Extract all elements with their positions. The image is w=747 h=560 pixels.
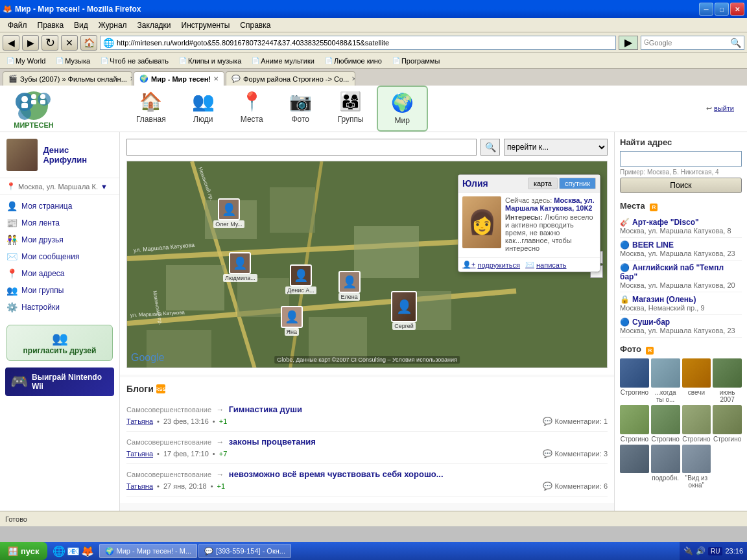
firefox-icon[interactable]: 🦊 xyxy=(81,545,94,557)
close-button[interactable]: ✕ xyxy=(730,3,744,16)
address-search-input[interactable] xyxy=(620,151,742,167)
tab-close-teeth[interactable]: ✕ xyxy=(130,75,132,82)
blog-author-0[interactable]: Татьяна xyxy=(126,417,153,425)
wii-banner[interactable]: 🎮 Выиграй Nintendo Wii xyxy=(5,368,114,396)
tab-forum[interactable]: 💬 Форум района Строгино -> Со... ✕ xyxy=(226,71,355,86)
map-pin-ludmila[interactable]: 👤 Людмила... xyxy=(223,252,257,282)
taskbar-item-0[interactable]: 🌍 Мир - Мир тесен! - М... xyxy=(99,544,198,558)
bm-programs[interactable]: Программы xyxy=(388,56,444,66)
minimize-button[interactable]: ─ xyxy=(699,3,713,16)
map-goto-select[interactable]: перейти к... Москва Санкт-Петербург xyxy=(504,139,608,156)
tab-teeth[interactable]: 🎬 Зубы (2007) » Фильмы онлайн... ✕ xyxy=(3,71,132,86)
menu-file[interactable]: Файл xyxy=(3,19,32,31)
sidebar-my-addresses[interactable]: 📍 Мои адреса xyxy=(0,265,119,282)
place-item-1[interactable]: 🔵BEER LINE Москва, ул. Маршала Катукова,… xyxy=(620,238,742,261)
photo-thumb-0[interactable] xyxy=(620,358,649,388)
nav-places[interactable]: 📍 Места xyxy=(228,86,276,132)
tab-close-world[interactable]: ✕ xyxy=(213,75,219,82)
map-pin-oleg[interactable]: 👤 Олег Му... xyxy=(213,198,244,228)
blog-comments-1[interactable]: 💬 Комментарии: 3 xyxy=(543,449,608,458)
sidebar-my-feed[interactable]: 📰 Моя лента xyxy=(0,215,119,231)
photo-thumb-9[interactable] xyxy=(651,445,680,474)
sidebar-my-groups[interactable]: 👥 Мои группы xyxy=(0,282,119,299)
place-item-2[interactable]: 🔵Английский паб "Темпл бар" Москва, ул. … xyxy=(620,261,742,292)
blog-author-1[interactable]: Татьяна xyxy=(126,450,153,458)
menu-tools[interactable]: Инструменты xyxy=(176,19,235,31)
place-item-3[interactable]: 🔒Магазин (Олень) Москва, Неманский пр., … xyxy=(620,292,742,315)
menu-bookmarks[interactable]: Закладки xyxy=(132,19,176,31)
map-pin-elena[interactable]: 👤 Елена xyxy=(338,271,361,301)
menu-history[interactable]: Журнал xyxy=(93,19,132,31)
sidebar-settings[interactable]: ⚙️ Настройки xyxy=(0,299,119,316)
tab-close-forum[interactable]: ✕ xyxy=(351,75,355,82)
photo-thumb-6[interactable] xyxy=(682,405,711,434)
refresh-button[interactable]: ↻ xyxy=(42,35,58,51)
map-pin-yana[interactable]: 👤 Яна xyxy=(281,306,303,336)
invite-box[interactable]: 👥 пригласить друзей xyxy=(6,325,113,361)
photo-thumb-2[interactable] xyxy=(682,358,711,388)
place-item-0[interactable]: 🎸Арт-кафе "Disco" Москва, ул. Маршала Ка… xyxy=(620,215,742,238)
ie-icon[interactable]: 🌐 xyxy=(53,545,65,557)
blog-title-1[interactable]: законы процветания xyxy=(229,437,316,447)
popup-tab-map[interactable]: карта xyxy=(528,178,558,189)
map-pin-denis[interactable]: 👤 Денис А... xyxy=(285,264,316,294)
title-bar-controls[interactable]: ─ □ ✕ xyxy=(699,3,744,16)
bm-anime[interactable]: Аниме мультики xyxy=(248,56,318,66)
taskbar-item-1[interactable]: 💬 [393-559-154] - Окн... xyxy=(198,544,291,558)
photo-thumb-1[interactable] xyxy=(651,358,680,388)
photo-thumb-3[interactable] xyxy=(713,358,742,388)
map-pin-sergey[interactable]: 👤 Сергей xyxy=(391,291,417,330)
menu-help[interactable]: Справка xyxy=(235,19,276,31)
nav-people[interactable]: 👥 Люди xyxy=(179,86,228,132)
start-button[interactable]: 🪟 пуск xyxy=(0,542,47,560)
photo-thumb-7[interactable] xyxy=(713,405,742,434)
forward-button[interactable]: ▶ xyxy=(22,35,39,51)
logo[interactable]: МИРТЕСЕН xyxy=(6,88,62,130)
popup-name[interactable]: Юлия xyxy=(462,178,488,189)
photo-thumb-8[interactable] xyxy=(620,445,649,474)
user-name[interactable]: Денис Арифулин xyxy=(43,145,113,165)
sidebar-my-friends[interactable]: 👫 Мои друзья xyxy=(0,231,119,248)
sidebar-my-messages[interactable]: ✉️ Мои сообщения xyxy=(0,248,119,265)
write-btn[interactable]: ✉️ написать xyxy=(525,261,566,269)
add-friend-btn[interactable]: 👤+ подружиться xyxy=(462,261,520,269)
back-button[interactable]: ◀ xyxy=(3,35,19,51)
blogs-rss-icon[interactable]: RSS xyxy=(156,384,165,393)
nav-home[interactable]: 🏠 Главная xyxy=(123,86,179,132)
photo-thumb-10[interactable] xyxy=(682,445,711,474)
popup-tab-satellite[interactable]: спутник xyxy=(559,178,596,189)
bm-music[interactable]: Музыка xyxy=(52,56,94,66)
bm-myworld[interactable]: My World xyxy=(3,56,49,66)
home-button[interactable]: 🏠 xyxy=(80,35,97,51)
bm-remember[interactable]: Чтоб не забывать xyxy=(97,56,172,66)
blog-comments-0[interactable]: 💬 Комментарии: 1 xyxy=(543,417,608,426)
address-search-btn[interactable]: Поиск xyxy=(620,178,742,193)
go-button[interactable]: ▶ xyxy=(619,36,638,50)
menu-view[interactable]: Вид xyxy=(69,19,93,31)
address-input[interactable] xyxy=(117,39,613,47)
search-input[interactable] xyxy=(649,39,730,47)
map-container[interactable]: ул. Маршала Катукова Неманский пр. ул. М… xyxy=(126,161,608,368)
blog-title-2[interactable]: невозможно всё время чувствовать себя хо… xyxy=(229,469,444,479)
bm-clips[interactable]: Клипы и музыка xyxy=(175,56,245,66)
blog-author-2[interactable]: Татьяна xyxy=(126,482,153,490)
menu-edit[interactable]: Правка xyxy=(32,19,69,31)
email-icon[interactable]: 📧 xyxy=(67,545,80,557)
maximize-button[interactable]: □ xyxy=(715,3,729,16)
blog-title-0[interactable]: Гимнастика души xyxy=(229,404,302,414)
map-search-button[interactable]: 🔍 xyxy=(480,139,500,156)
nav-groups[interactable]: 👨‍👩‍👧 Группы xyxy=(325,86,377,132)
place-item-4[interactable]: 🔵Суши-бар Москва, ул. Маршала Катукова, … xyxy=(620,315,742,338)
bm-cinema[interactable]: Любимое кино xyxy=(321,56,386,66)
blog-comments-2[interactable]: 💬 Комментарии: 6 xyxy=(543,482,608,491)
language-indicator[interactable]: RU xyxy=(708,547,722,555)
map-search-input[interactable] xyxy=(126,139,477,156)
photo-thumb-4[interactable] xyxy=(620,405,649,434)
avatar[interactable] xyxy=(6,139,38,171)
nav-world[interactable]: 🌍 Мир xyxy=(377,86,428,132)
logout-link[interactable]: выйти xyxy=(714,104,734,112)
sidebar-my-page[interactable]: 👤 Моя страница xyxy=(0,198,119,215)
tab-world[interactable]: 🌍 Мир - Мир тесен! ✕ xyxy=(134,71,224,86)
photo-thumb-5[interactable] xyxy=(651,405,680,434)
nav-photos[interactable]: 📷 Фото xyxy=(276,86,325,132)
